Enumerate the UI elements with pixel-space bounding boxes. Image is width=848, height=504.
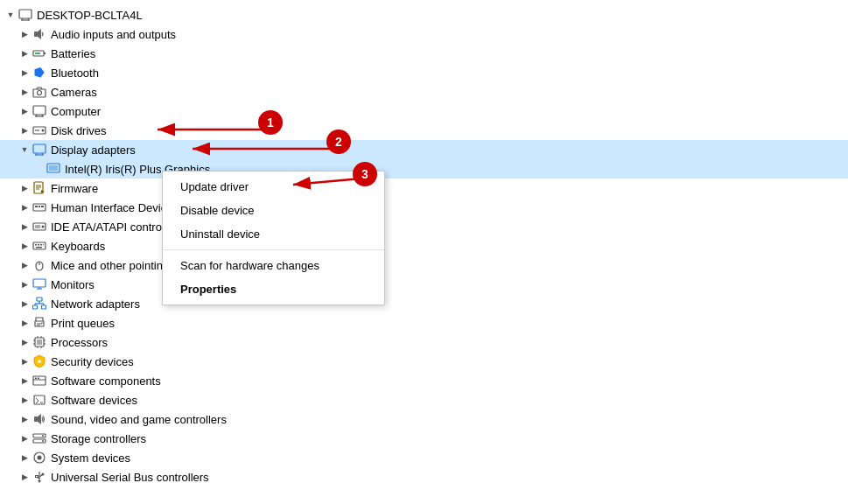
cameras-icon — [32, 84, 47, 100]
chevron-collapsed-icon — [18, 374, 32, 388]
audio-icon — [32, 26, 47, 42]
batteries-label: Batteries — [51, 47, 95, 60]
root-label: DESKTOP-BCLTA4L — [37, 9, 143, 22]
chevron-collapsed-icon — [18, 181, 32, 195]
monitors-icon — [32, 276, 47, 292]
chevron-collapsed-icon — [18, 258, 32, 272]
svg-point-8 — [38, 91, 42, 95]
tree-item-print[interactable]: Print queues — [0, 313, 848, 332]
svg-rect-6 — [44, 52, 46, 54]
scan-hardware-item[interactable]: Scan for hardware changes — [163, 254, 384, 277]
processors-icon — [32, 334, 47, 350]
svg-rect-31 — [41, 206, 44, 207]
cameras-label: Cameras — [51, 86, 97, 99]
svg-rect-69 — [33, 376, 46, 385]
svg-point-80 — [42, 435, 44, 437]
chevron-collapsed-icon — [18, 104, 32, 118]
disk-icon — [32, 122, 47, 138]
software-dev-icon — [32, 392, 47, 408]
tree-item-intel[interactable]: Intel(R) Iris(R) Plus Graphics — [0, 159, 848, 178]
monitors-label: Monitors — [51, 278, 95, 291]
tree-item-usb[interactable]: Universal Serial Bus controllers — [0, 467, 848, 486]
computer-icon — [18, 7, 33, 23]
svg-rect-29 — [35, 206, 38, 207]
svg-point-33 — [42, 226, 45, 228]
tree-container: DESKTOP-BCLTA4L Audio inputs and outputs… — [0, 0, 848, 504]
update-driver-item[interactable]: Update driver — [163, 175, 384, 199]
system-icon — [32, 450, 47, 466]
update-driver-label: Update driver — [180, 180, 249, 193]
sound-label: Sound, video and game controllers — [51, 413, 227, 426]
svg-marker-89 — [38, 480, 41, 483]
svg-rect-72 — [38, 378, 39, 380]
badge-3: 3 — [353, 162, 377, 186]
tree-item-system[interactable]: System devices — [0, 448, 848, 467]
chevron-collapsed-icon — [18, 220, 32, 234]
root-item[interactable]: DESKTOP-BCLTA4L — [0, 5, 848, 24]
tree-item-keyboards[interactable]: Keyboards — [0, 236, 848, 256]
network-icon — [32, 296, 47, 312]
tree-item-processors[interactable]: Processors — [0, 332, 848, 352]
usb-icon — [32, 469, 47, 485]
svg-rect-0 — [19, 10, 32, 18]
tree-item-software-dev[interactable]: Software devices — [0, 390, 848, 410]
disable-device-item[interactable]: Disable device — [163, 199, 384, 222]
scan-hardware-label: Scan for hardware changes — [180, 259, 319, 272]
disable-device-label: Disable device — [180, 204, 255, 217]
mice-icon — [32, 257, 47, 273]
chevron-collapsed-icon — [18, 85, 32, 99]
tree-item-disk[interactable]: Disk drives — [0, 121, 848, 140]
svg-rect-49 — [42, 305, 46, 309]
chevron-collapsed-icon — [18, 412, 32, 426]
system-label: System devices — [51, 452, 130, 465]
svg-rect-41 — [36, 247, 42, 248]
keyboards-icon — [32, 238, 47, 254]
chevron-collapsed-icon — [18, 27, 32, 41]
chevron-collapsed-icon — [18, 354, 32, 368]
tree-item-audio[interactable]: Audio inputs and outputs — [0, 24, 848, 44]
tree-item-mice[interactable]: Mice and other pointing devices — [0, 256, 848, 275]
display-icon — [32, 142, 47, 158]
bluetooth-label: Bluetooth — [51, 66, 99, 80]
tree-item-ide[interactable]: IDE ATA/ATAPI controllers — [0, 217, 848, 236]
tree-item-security[interactable]: Security devices — [0, 352, 848, 371]
print-icon — [32, 315, 47, 331]
device-manager-window: DESKTOP-BCLTA4L Audio inputs and outputs… — [0, 0, 848, 504]
context-menu-separator — [163, 249, 384, 250]
tree-item-network[interactable]: Network adapters — [0, 294, 848, 313]
svg-rect-59 — [37, 340, 42, 345]
svg-rect-17 — [33, 144, 46, 153]
tree-item-human[interactable]: Human Interface Devices — [0, 198, 848, 217]
tree-item-batteries[interactable]: Batteries — [0, 44, 848, 63]
tree-item-monitors[interactable]: Monitors — [0, 275, 848, 294]
security-icon — [32, 354, 47, 369]
svg-rect-88 — [36, 476, 39, 478]
svg-rect-39 — [40, 244, 42, 246]
tree-item-sound[interactable]: Sound, video and game controllers — [0, 410, 848, 429]
svg-rect-22 — [49, 165, 58, 171]
uninstall-device-label: Uninstall device — [180, 228, 260, 241]
chevron-collapsed-icon — [18, 239, 32, 253]
tree-item-bluetooth[interactable]: ⭓ Bluetooth — [0, 63, 848, 82]
chevron-collapsed-icon — [18, 297, 32, 311]
chevron-collapsed-icon — [18, 277, 32, 291]
intel-icon — [46, 161, 61, 177]
svg-rect-38 — [38, 244, 39, 246]
tree-item-firmware[interactable]: Firmware — [0, 178, 848, 198]
security-label: Security devices — [51, 355, 134, 368]
tree-item-computer[interactable]: Computer — [0, 102, 848, 121]
software-comp-label: Software components — [51, 374, 161, 388]
tree-item-software-comp[interactable]: Software components — [0, 371, 848, 390]
tree-item-storage[interactable]: Storage controllers — [0, 429, 848, 448]
chevron-collapsed-icon — [18, 335, 32, 349]
badge-2: 2 — [326, 130, 351, 154]
svg-line-74 — [36, 398, 39, 401]
tree-item-cameras[interactable]: Cameras — [0, 82, 848, 102]
tree-item-display[interactable]: Display adapters — [0, 140, 848, 159]
usb-label: Universal Serial Bus controllers — [51, 471, 209, 484]
uninstall-device-item[interactable]: Uninstall device — [163, 222, 384, 246]
chevron-collapsed-icon — [18, 46, 32, 60]
badge-1: 1 — [258, 110, 283, 135]
svg-point-57 — [41, 322, 43, 324]
properties-item[interactable]: Properties — [163, 277, 384, 301]
